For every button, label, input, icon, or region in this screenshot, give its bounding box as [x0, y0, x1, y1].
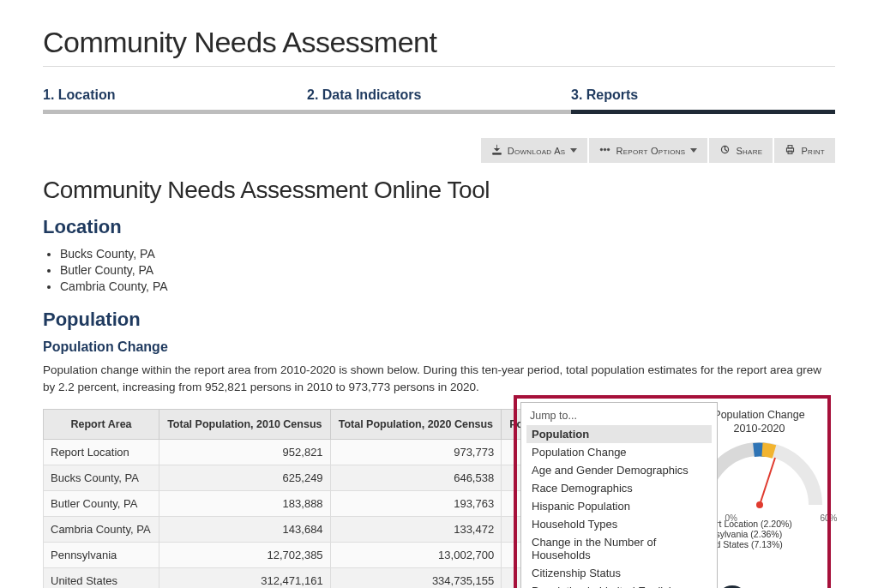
stepper: 1. Location 2. Data Indicators 3. Report… — [43, 81, 835, 110]
print-icon — [785, 144, 796, 157]
report-options-button[interactable]: Report Options — [589, 138, 707, 163]
menu-icon — [599, 144, 610, 157]
print-button[interactable]: Print — [774, 138, 835, 163]
population-heading: Population — [43, 309, 835, 331]
jumpto-item[interactable]: Population in Limited English Households — [526, 582, 712, 588]
jumpto-item[interactable]: Population Change — [526, 443, 712, 461]
population-paragraph: Population change within the report area… — [43, 362, 835, 395]
jumpto-item[interactable]: Citizenship Status — [526, 564, 712, 582]
table-cell: 143,684 — [159, 517, 331, 543]
col-2010: Total Population, 2010 Census — [159, 410, 331, 440]
table-cell: 193,763 — [330, 491, 502, 517]
tick-0: 0% — [725, 513, 737, 523]
share-label: Share — [736, 146, 762, 156]
table-cell: 973,773 — [330, 440, 502, 465]
table-cell: 625,249 — [159, 465, 331, 491]
table-cell: 312,471,161 — [159, 568, 331, 588]
table-cell: 13,002,700 — [330, 543, 502, 568]
col-2020: Total Population, 2020 Census — [330, 410, 502, 440]
jumpto-item[interactable]: Hispanic Population — [526, 497, 712, 515]
download-icon — [491, 144, 502, 157]
jumpto-item[interactable]: Change in the Number of Households — [526, 533, 712, 564]
step-seg-1 — [43, 110, 307, 114]
step-seg-2 — [307, 110, 571, 114]
col-area: Report Area — [44, 410, 159, 440]
step-location[interactable]: 1. Location — [43, 81, 307, 110]
table-cell: 12,702,385 — [159, 543, 331, 568]
jumpto-item[interactable]: Population — [526, 425, 712, 443]
stepper-progress — [43, 110, 835, 114]
population-change-heading: Population Change — [43, 339, 835, 355]
step-indicators[interactable]: 2. Data Indicators — [307, 81, 571, 110]
svg-point-0 — [601, 148, 603, 150]
table-cell: Bucks County, PA — [44, 465, 159, 491]
svg-point-2 — [608, 148, 610, 150]
svg-line-6 — [760, 458, 775, 505]
list-item: Butler County, PA — [60, 263, 835, 277]
tick-60: 60% — [820, 513, 837, 523]
location-heading: Location — [43, 216, 835, 238]
share-icon — [719, 144, 731, 157]
table-cell: 646,538 — [330, 465, 502, 491]
table-cell: 183,888 — [159, 491, 331, 517]
location-list: Bucks County, PA Butler County, PA Cambr… — [43, 247, 835, 293]
page-title: Community Needs Assessment — [43, 26, 835, 59]
svg-point-7 — [756, 501, 763, 508]
caret-down-icon — [690, 148, 697, 153]
jumpto-item[interactable]: Age and Gender Demographics — [526, 461, 712, 479]
table-cell: Butler County, PA — [44, 491, 159, 517]
report-toolbar: Download As Report Options Share Print — [43, 138, 835, 163]
caret-down-icon — [570, 148, 577, 153]
jumpto-item[interactable]: Household Types — [526, 515, 712, 533]
svg-rect-4 — [789, 146, 793, 148]
step-seg-3 — [571, 110, 835, 114]
tool-heading: Community Needs Assessment Online Tool — [43, 177, 835, 204]
list-item: Cambria County, PA — [60, 279, 835, 293]
print-label: Print — [801, 146, 825, 156]
table-cell: Report Location — [44, 440, 159, 465]
share-button[interactable]: Share — [709, 138, 773, 163]
table-cell: 133,472 — [330, 517, 502, 543]
table-cell: Pennsylvania — [44, 543, 159, 568]
title-divider — [43, 66, 835, 67]
download-button[interactable]: Download As — [481, 138, 588, 163]
svg-point-1 — [604, 148, 606, 150]
svg-rect-5 — [789, 151, 793, 153]
report-options-label: Report Options — [616, 146, 685, 156]
jumpto-item[interactable]: Race Demographics — [526, 479, 712, 497]
jumpto-label: Jump to... — [526, 408, 712, 425]
table-cell: Cambria County, PA — [44, 517, 159, 543]
table-cell: United States — [44, 568, 159, 588]
jumpto-popup: Jump to... PopulationPopulation ChangeAg… — [520, 402, 718, 588]
step-reports[interactable]: 3. Reports — [571, 81, 835, 110]
list-item: Bucks County, PA — [60, 247, 835, 261]
table-cell: 952,821 — [159, 440, 331, 465]
table-cell: 334,735,155 — [330, 568, 502, 588]
download-label: Download As — [508, 146, 566, 156]
